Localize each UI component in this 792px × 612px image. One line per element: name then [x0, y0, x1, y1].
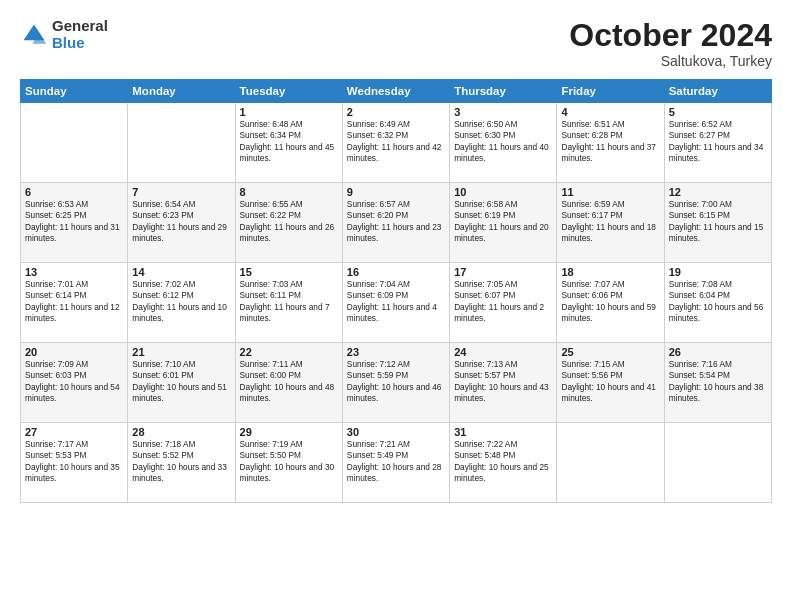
calendar-cell: 31Sunrise: 7:22 AMSunset: 5:48 PMDayligh…: [450, 423, 557, 503]
day-number: 2: [347, 106, 445, 118]
title-block: October 2024 Saltukova, Turkey: [569, 18, 772, 69]
cell-info: Sunrise: 6:53 AMSunset: 6:25 PMDaylight:…: [25, 199, 123, 244]
calendar-cell: 29Sunrise: 7:19 AMSunset: 5:50 PMDayligh…: [235, 423, 342, 503]
month-title: October 2024: [569, 18, 772, 53]
day-number: 27: [25, 426, 123, 438]
cell-info: Sunrise: 7:02 AMSunset: 6:12 PMDaylight:…: [132, 279, 230, 324]
cell-info: Sunrise: 7:09 AMSunset: 6:03 PMDaylight:…: [25, 359, 123, 404]
cell-info: Sunrise: 6:49 AMSunset: 6:32 PMDaylight:…: [347, 119, 445, 164]
calendar-cell: 2Sunrise: 6:49 AMSunset: 6:32 PMDaylight…: [342, 103, 449, 183]
week-row-4: 27Sunrise: 7:17 AMSunset: 5:53 PMDayligh…: [21, 423, 772, 503]
weekday-header-row: SundayMondayTuesdayWednesdayThursdayFrid…: [21, 80, 772, 103]
cell-info: Sunrise: 6:59 AMSunset: 6:17 PMDaylight:…: [561, 199, 659, 244]
header: General Blue October 2024 Saltukova, Tur…: [20, 18, 772, 69]
day-number: 25: [561, 346, 659, 358]
calendar-cell: 4Sunrise: 6:51 AMSunset: 6:28 PMDaylight…: [557, 103, 664, 183]
cell-info: Sunrise: 7:05 AMSunset: 6:07 PMDaylight:…: [454, 279, 552, 324]
calendar-cell: 27Sunrise: 7:17 AMSunset: 5:53 PMDayligh…: [21, 423, 128, 503]
calendar-cell: 11Sunrise: 6:59 AMSunset: 6:17 PMDayligh…: [557, 183, 664, 263]
cell-info: Sunrise: 7:10 AMSunset: 6:01 PMDaylight:…: [132, 359, 230, 404]
day-number: 7: [132, 186, 230, 198]
cell-info: Sunrise: 6:48 AMSunset: 6:34 PMDaylight:…: [240, 119, 338, 164]
day-number: 31: [454, 426, 552, 438]
week-row-2: 13Sunrise: 7:01 AMSunset: 6:14 PMDayligh…: [21, 263, 772, 343]
cell-info: Sunrise: 6:51 AMSunset: 6:28 PMDaylight:…: [561, 119, 659, 164]
cell-info: Sunrise: 6:57 AMSunset: 6:20 PMDaylight:…: [347, 199, 445, 244]
cell-info: Sunrise: 7:21 AMSunset: 5:49 PMDaylight:…: [347, 439, 445, 484]
day-number: 14: [132, 266, 230, 278]
calendar-table: SundayMondayTuesdayWednesdayThursdayFrid…: [20, 79, 772, 503]
cell-info: Sunrise: 7:04 AMSunset: 6:09 PMDaylight:…: [347, 279, 445, 324]
day-number: 19: [669, 266, 767, 278]
calendar-cell: 17Sunrise: 7:05 AMSunset: 6:07 PMDayligh…: [450, 263, 557, 343]
day-number: 30: [347, 426, 445, 438]
location: Saltukova, Turkey: [569, 53, 772, 69]
day-number: 20: [25, 346, 123, 358]
logo-icon: [20, 21, 48, 49]
day-number: 1: [240, 106, 338, 118]
calendar-cell: 30Sunrise: 7:21 AMSunset: 5:49 PMDayligh…: [342, 423, 449, 503]
day-number: 17: [454, 266, 552, 278]
cell-info: Sunrise: 7:17 AMSunset: 5:53 PMDaylight:…: [25, 439, 123, 484]
calendar-cell: 10Sunrise: 6:58 AMSunset: 6:19 PMDayligh…: [450, 183, 557, 263]
calendar-cell: 20Sunrise: 7:09 AMSunset: 6:03 PMDayligh…: [21, 343, 128, 423]
day-number: 28: [132, 426, 230, 438]
calendar-cell: 7Sunrise: 6:54 AMSunset: 6:23 PMDaylight…: [128, 183, 235, 263]
cell-info: Sunrise: 7:15 AMSunset: 5:56 PMDaylight:…: [561, 359, 659, 404]
calendar-cell: 26Sunrise: 7:16 AMSunset: 5:54 PMDayligh…: [664, 343, 771, 423]
calendar-cell: [21, 103, 128, 183]
day-number: 21: [132, 346, 230, 358]
cell-info: Sunrise: 7:11 AMSunset: 6:00 PMDaylight:…: [240, 359, 338, 404]
cell-info: Sunrise: 6:52 AMSunset: 6:27 PMDaylight:…: [669, 119, 767, 164]
day-number: 24: [454, 346, 552, 358]
day-number: 11: [561, 186, 659, 198]
weekday-header-wednesday: Wednesday: [342, 80, 449, 103]
cell-info: Sunrise: 7:07 AMSunset: 6:06 PMDaylight:…: [561, 279, 659, 324]
page: General Blue October 2024 Saltukova, Tur…: [0, 0, 792, 612]
logo-general: General: [52, 18, 108, 35]
calendar-cell: 16Sunrise: 7:04 AMSunset: 6:09 PMDayligh…: [342, 263, 449, 343]
weekday-header-thursday: Thursday: [450, 80, 557, 103]
weekday-header-tuesday: Tuesday: [235, 80, 342, 103]
day-number: 29: [240, 426, 338, 438]
day-number: 22: [240, 346, 338, 358]
logo: General Blue: [20, 18, 108, 51]
cell-info: Sunrise: 6:54 AMSunset: 6:23 PMDaylight:…: [132, 199, 230, 244]
cell-info: Sunrise: 7:13 AMSunset: 5:57 PMDaylight:…: [454, 359, 552, 404]
day-number: 6: [25, 186, 123, 198]
calendar-cell: 3Sunrise: 6:50 AMSunset: 6:30 PMDaylight…: [450, 103, 557, 183]
calendar-cell: 5Sunrise: 6:52 AMSunset: 6:27 PMDaylight…: [664, 103, 771, 183]
weekday-header-sunday: Sunday: [21, 80, 128, 103]
calendar-cell: 21Sunrise: 7:10 AMSunset: 6:01 PMDayligh…: [128, 343, 235, 423]
day-number: 3: [454, 106, 552, 118]
calendar-cell: 14Sunrise: 7:02 AMSunset: 6:12 PMDayligh…: [128, 263, 235, 343]
calendar-cell: 6Sunrise: 6:53 AMSunset: 6:25 PMDaylight…: [21, 183, 128, 263]
calendar-cell: 1Sunrise: 6:48 AMSunset: 6:34 PMDaylight…: [235, 103, 342, 183]
cell-info: Sunrise: 6:55 AMSunset: 6:22 PMDaylight:…: [240, 199, 338, 244]
cell-info: Sunrise: 6:50 AMSunset: 6:30 PMDaylight:…: [454, 119, 552, 164]
cell-info: Sunrise: 7:01 AMSunset: 6:14 PMDaylight:…: [25, 279, 123, 324]
weekday-header-friday: Friday: [557, 80, 664, 103]
calendar-cell: 15Sunrise: 7:03 AMSunset: 6:11 PMDayligh…: [235, 263, 342, 343]
day-number: 13: [25, 266, 123, 278]
calendar-cell: [664, 423, 771, 503]
calendar-cell: 12Sunrise: 7:00 AMSunset: 6:15 PMDayligh…: [664, 183, 771, 263]
calendar-cell: 23Sunrise: 7:12 AMSunset: 5:59 PMDayligh…: [342, 343, 449, 423]
calendar-cell: [557, 423, 664, 503]
calendar-cell: 28Sunrise: 7:18 AMSunset: 5:52 PMDayligh…: [128, 423, 235, 503]
cell-info: Sunrise: 7:08 AMSunset: 6:04 PMDaylight:…: [669, 279, 767, 324]
day-number: 18: [561, 266, 659, 278]
cell-info: Sunrise: 7:18 AMSunset: 5:52 PMDaylight:…: [132, 439, 230, 484]
calendar-cell: 22Sunrise: 7:11 AMSunset: 6:00 PMDayligh…: [235, 343, 342, 423]
weekday-header-monday: Monday: [128, 80, 235, 103]
calendar-cell: [128, 103, 235, 183]
day-number: 8: [240, 186, 338, 198]
cell-info: Sunrise: 6:58 AMSunset: 6:19 PMDaylight:…: [454, 199, 552, 244]
calendar-cell: 25Sunrise: 7:15 AMSunset: 5:56 PMDayligh…: [557, 343, 664, 423]
day-number: 26: [669, 346, 767, 358]
day-number: 16: [347, 266, 445, 278]
cell-info: Sunrise: 7:12 AMSunset: 5:59 PMDaylight:…: [347, 359, 445, 404]
weekday-header-saturday: Saturday: [664, 80, 771, 103]
day-number: 12: [669, 186, 767, 198]
day-number: 9: [347, 186, 445, 198]
